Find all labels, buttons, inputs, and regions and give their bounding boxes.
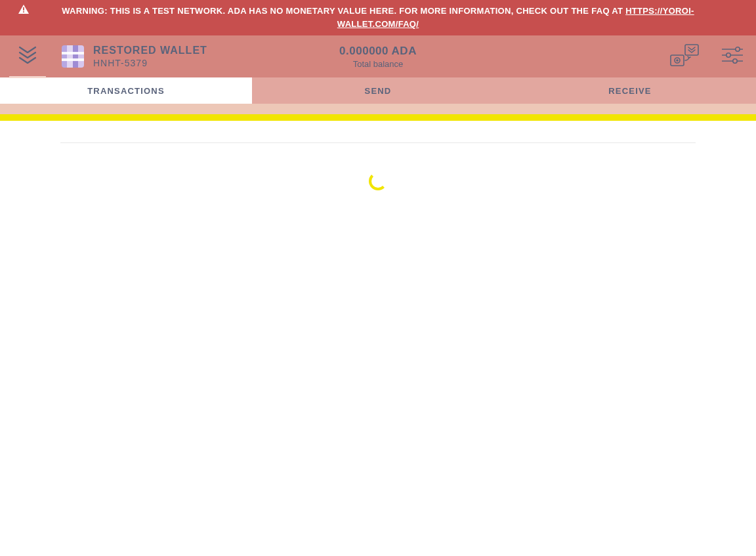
app-header: RESTORED WALLET HNHT-5379 0.000000 ADA T… [0,35,756,77]
wallet-tabs: TRANSACTIONS SEND RECEIVE [0,77,756,104]
transactions-panel [0,142,756,190]
svg-point-7 [736,47,740,51]
tab-transactions[interactable]: TRANSACTIONS [0,77,252,104]
test-network-warning-banner: WARNING: THIS IS A TEST NETWORK. ADA HAS… [0,0,756,35]
wallet-name-label: RESTORED WALLET [93,45,207,56]
tab-send-label: SEND [365,86,392,96]
svg-rect-1 [23,11,24,12]
tab-receive-label: RECEIVE [608,86,651,96]
balance-label: Total balance [339,59,417,69]
tab-receive[interactable]: RECEIVE [504,77,756,104]
balance-amount: 0.000000 ADA [339,45,417,58]
svg-rect-0 [23,7,24,11]
loading-spinner-wrap [0,172,756,190]
svg-point-11 [733,59,737,63]
warning-text: WARNING: THIS IS A TEST NETWORK. ADA HAS… [62,6,625,16]
notification-bar-highlight [0,114,756,121]
balance-block: 0.000000 ADA Total balance [339,45,417,69]
tab-transactions-label: TRANSACTIONS [87,86,165,96]
svg-point-5 [677,60,678,61]
wallet-info[interactable]: RESTORED WALLET HNHT-5379 [62,45,207,68]
svg-point-9 [726,53,730,57]
wallet-avatar-icon [62,45,84,68]
notification-bar-top [0,104,756,114]
wallet-id-label: HNHT-5379 [93,58,207,68]
yoroi-logo-icon [18,46,37,67]
loading-spinner-icon [369,172,387,190]
tab-send[interactable]: SEND [252,77,504,104]
daedalus-transfer-icon[interactable] [669,43,700,70]
settings-icon[interactable] [722,47,743,66]
app-logo[interactable] [9,35,46,77]
warning-icon [18,5,29,18]
content-divider [60,142,696,143]
